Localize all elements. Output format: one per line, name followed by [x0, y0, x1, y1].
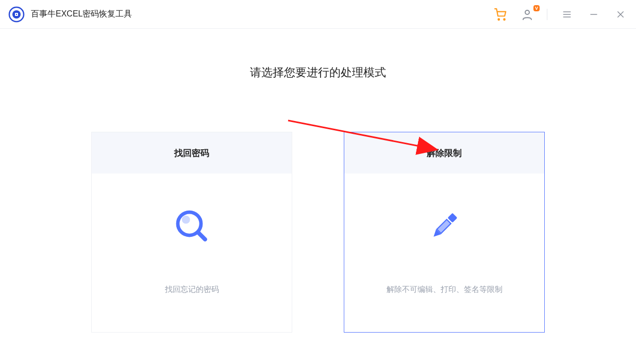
cart-icon[interactable]: [493, 7, 508, 22]
header-right: V: [493, 7, 628, 22]
svg-point-4: [498, 19, 499, 20]
mode-cards: 找回密码 找回忘记的密码 解除限制: [0, 132, 636, 333]
card-icon-area: [344, 174, 544, 281]
minimize-button[interactable]: [587, 7, 601, 22]
svg-rect-3: [16, 14, 17, 15]
svg-line-15: [198, 232, 205, 239]
card-icon-area: [92, 174, 292, 281]
card-recover-password[interactable]: 找回密码 找回忘记的密码: [91, 132, 292, 333]
app-logo-icon: [8, 6, 25, 23]
header-divider: [547, 9, 547, 20]
menu-icon[interactable]: [560, 7, 574, 22]
user-vip-badge: V: [533, 5, 540, 11]
magnifier-icon: [173, 207, 210, 247]
app-title: 百事牛EXCEL密码恢复工具: [31, 9, 132, 20]
card-description: 找回忘记的密码: [92, 281, 292, 332]
main-area: 请选择您要进行的处理模式 找回密码 找回忘记的密码 解除限制: [0, 29, 636, 333]
close-button[interactable]: [613, 7, 628, 22]
header-left: 百事牛EXCEL密码恢复工具: [8, 6, 132, 23]
svg-point-5: [504, 19, 505, 20]
svg-point-14: [182, 216, 190, 224]
pencil-icon: [426, 207, 463, 247]
card-remove-restriction[interactable]: 解除限制 解除不可编辑、打印、签名等限制: [344, 132, 545, 333]
card-description: 解除不可编辑、打印、签名等限制: [344, 281, 544, 332]
user-icon[interactable]: V: [520, 7, 534, 22]
svg-point-6: [525, 10, 529, 14]
app-header: 百事牛EXCEL密码恢复工具 V: [0, 0, 636, 29]
card-title: 解除限制: [344, 132, 544, 174]
card-title: 找回密码: [92, 132, 292, 174]
main-heading: 请选择您要进行的处理模式: [0, 65, 636, 80]
